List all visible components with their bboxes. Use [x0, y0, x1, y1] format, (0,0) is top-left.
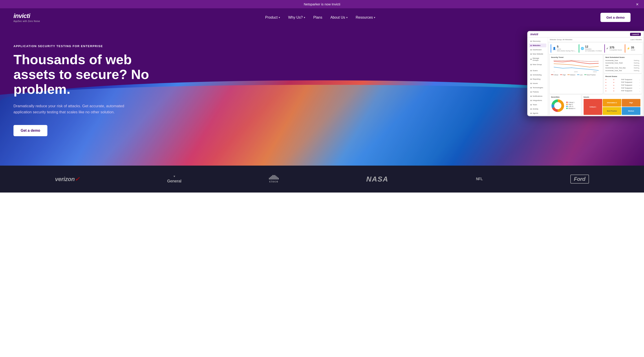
banner-close-button[interactable]: × [636, 2, 638, 6]
severity-trend-chart: Severity Trend 0 100000 [550, 55, 603, 94]
nfl-text: NFL [476, 177, 483, 181]
nav-item-aboutus[interactable]: About Us ▾ [330, 15, 348, 19]
dashboard-titlebar: invicti Launch [528, 31, 644, 37]
issues-title: Issues [584, 96, 640, 98]
sidebar-item-team[interactable]: Team [529, 103, 546, 107]
svg-point-7 [555, 102, 561, 109]
websites-value: 12 [585, 45, 602, 48]
right-charts: Next Scheduled Scans Incremental_ScanSta… [604, 55, 642, 94]
chevron-down-icon: ▾ [279, 16, 280, 19]
sidebar-item-dashboard[interactable]: Dashboard [529, 48, 546, 52]
websites-icon: 🌐 [581, 47, 584, 50]
logo-tagline: AppSec with Zero Noise [14, 20, 40, 22]
donut-legend: Critical 1 High 2 Low 11 Medium 4 [566, 102, 575, 110]
ge-text: General [167, 179, 182, 184]
sidebar-item-notifications[interactable]: Notifications [529, 94, 546, 98]
cisco-bars-icon [269, 175, 279, 180]
recent-scans: Recent Scans ●●PHP Testparent... ●●PHP T… [604, 74, 642, 94]
stat-active: ⚡ 35 Active [625, 44, 636, 53]
scans-label: Completed Scans [610, 49, 622, 51]
treemap-cell-high: High [622, 99, 640, 107]
nav-item-product[interactable]: Product ▾ [265, 15, 280, 19]
sidebar-item-integrations[interactable]: Integrations [529, 98, 546, 102]
svg-text:200000: 200000 [593, 71, 597, 72]
sidebar-item-managegroups[interactable]: Manage Groups [529, 56, 546, 62]
sidebar-item-discovery[interactable]: Discovery [529, 39, 546, 43]
chevron-down-icon: ▾ [304, 16, 305, 19]
sidebar-item-agents[interactable]: Agents [529, 111, 546, 115]
sidebar-item-newwebsite[interactable]: New Website [529, 52, 546, 56]
stat-websites: 🌐 12 Websites10 Vulnerable, 9 Critical [579, 44, 603, 53]
chevron-down-icon: ▾ [374, 16, 375, 19]
hero-eyebrow: Application Security Testing for Enterpr… [14, 44, 157, 48]
logos-section: verizon✓ ♥ General cisco NASA NFL Ford [0, 166, 644, 193]
dashboard-sidebar: Discovery Websites Dashboard New Website… [528, 37, 548, 115]
hero-title: Thousands of web assets to secure? No pr… [14, 52, 157, 97]
logo[interactable]: invicti AppSec with Zero Noise [14, 12, 40, 22]
sidebar-item-technologies[interactable]: Technologies [529, 86, 546, 89]
navbar-get-demo-button[interactable]: Get a demo [600, 13, 630, 22]
sidebar-item-reporting[interactable]: Reporting [529, 77, 546, 81]
active-value: 35 [631, 46, 635, 49]
issues-chart: Issues Information 2 Critical 1 High Bes… [582, 95, 642, 115]
treemap-cell-critical: Critical 1 [584, 99, 602, 115]
treemap: Information 2 Critical 1 High Best Pract… [584, 99, 640, 115]
dashboard-header: Website Group: All Websites Last 3 Month… [548, 37, 644, 42]
active-icon: ⚡ [627, 47, 630, 50]
banner-text: Netsparker is now Invicti [304, 2, 340, 6]
active-label: Active [631, 49, 635, 51]
users-label: UsersWere Active During The L... [557, 48, 576, 52]
nav-plans-label: Plans [313, 15, 322, 19]
sidebar-item-scheduling[interactable]: Scheduling [529, 73, 546, 77]
nav-resources-label: Resources [356, 15, 373, 19]
charts-area: Severity Trend 0 100000 [548, 55, 644, 94]
svg-text:0: 0 [554, 71, 554, 72]
severity-trend-title: Severity Trend [551, 56, 601, 58]
treemap-cell-information: Information 2 [603, 99, 621, 107]
nav-item-plans[interactable]: Plans [313, 15, 322, 19]
treemap-cell-medium: Medium [622, 107, 640, 115]
nasa-text: NASA [366, 175, 388, 183]
scheduled-title: Next Scheduled Scans [606, 56, 640, 58]
dashboard-logo: invicti [530, 33, 538, 36]
sidebar-item-settings[interactable]: Settings [529, 116, 546, 116]
users-icon: 👤 [552, 47, 556, 50]
sidebar-item-websites[interactable]: Websites [529, 43, 546, 47]
dashboard-body: Discovery Websites Dashboard New Website… [528, 37, 644, 115]
hero-section: Application Security Testing for Enterpr… [0, 26, 644, 166]
dashboard-main: Website Group: All Websites Last 3 Month… [548, 37, 644, 115]
users-value: 5 [557, 45, 576, 48]
sidebar-item-policies[interactable]: Policies [529, 90, 546, 94]
nav-aboutus-label: About Us [330, 15, 345, 19]
logo-nfl: NFL [476, 177, 483, 181]
nav-product-label: Product [265, 15, 278, 19]
nav-item-whyus[interactable]: Why Us? ▾ [288, 15, 305, 19]
sidebar-item-activity[interactable]: Activity [529, 107, 546, 111]
logo-cisco: cisco [269, 175, 279, 183]
top-banner: Netsparker is now Invicti × [0, 0, 644, 8]
sidebar-item-issues[interactable]: Issues [529, 81, 546, 85]
trend-line-svg: 0 100000 200000 [551, 59, 601, 73]
nav-item-resources[interactable]: Resources ▾ [356, 15, 375, 19]
donut-svg [551, 99, 564, 112]
treemap-cell-bestpractice: Best Practice [603, 107, 621, 115]
logo-ford: Ford [570, 175, 589, 184]
svg-text:100000: 100000 [574, 71, 578, 72]
websites-label: Websites10 Vulnerable, 9 Critical [585, 48, 602, 52]
hero-subtitle: Dramatically reduce your risk of attacks… [14, 103, 130, 115]
hero-content: Application Security Testing for Enterpr… [14, 44, 157, 136]
sidebar-item-scans[interactable]: Scans [529, 69, 546, 72]
hero-get-demo-button[interactable]: Get a demo [14, 125, 48, 136]
scans-icon: ✓ [606, 47, 608, 50]
nav-whyus-label: Why Us? [288, 15, 303, 19]
severities-title: Severities [551, 96, 580, 98]
stats-row: 👤 5 UsersWere Active During The L... 🌐 1… [549, 43, 643, 54]
website-group-label: Website Group: All Websites [550, 38, 572, 41]
logo-nasa: NASA [366, 175, 388, 183]
scans-value: 375 [610, 46, 622, 49]
logo-name: invicti [14, 12, 40, 19]
bottom-charts: Severities Critical 1 [548, 95, 644, 115]
date-range-label: Last 3 Months [630, 38, 642, 41]
recent-title: Recent Scans [606, 75, 640, 77]
sidebar-item-newgroup[interactable]: New Group [529, 63, 546, 66]
